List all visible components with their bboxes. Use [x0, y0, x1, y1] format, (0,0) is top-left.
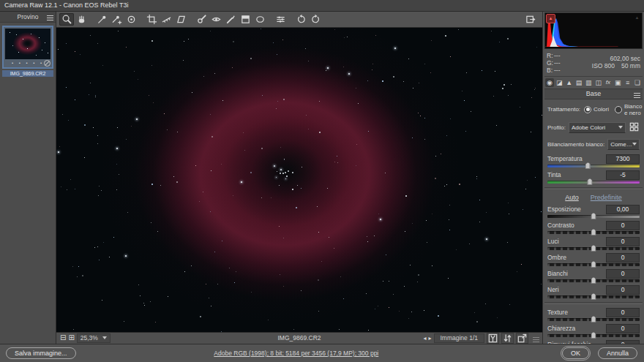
- slider-thumb[interactable]: [591, 293, 596, 300]
- star: [280, 147, 281, 148]
- slider-value-field[interactable]: 0: [606, 253, 640, 263]
- tab-lens-corrections[interactable]: ◫: [594, 78, 603, 87]
- slider-thumb[interactable]: [591, 245, 596, 252]
- adjustment-brush-tool-icon[interactable]: [223, 13, 238, 26]
- slider-track[interactable]: [547, 231, 640, 234]
- tab-hsl[interactable]: ▤: [574, 78, 583, 87]
- star: [233, 41, 234, 42]
- slider-thumb[interactable]: [585, 162, 591, 169]
- slider-thumb[interactable]: [587, 178, 592, 185]
- panel-menu-icon[interactable]: [634, 91, 640, 97]
- slider-thumb[interactable]: [591, 229, 596, 235]
- zoom-tool-icon[interactable]: [59, 13, 74, 26]
- star: [271, 197, 272, 198]
- slider-value-field[interactable]: 0: [606, 324, 640, 333]
- slider-track[interactable]: [547, 247, 640, 250]
- auto-link[interactable]: Auto: [565, 194, 579, 201]
- tab-presets[interactable]: ≡: [624, 78, 632, 87]
- before-after-view-icon[interactable]: [487, 333, 499, 344]
- radial-filter-tool-icon[interactable]: [252, 13, 267, 26]
- star: [126, 47, 127, 48]
- workflow-options-link[interactable]: Adobe RGB (1998); 8 bit; 5184 per 3456 (…: [214, 350, 378, 357]
- zoom-in-icon[interactable]: ⊞: [68, 334, 74, 342]
- red-eye-tool-icon[interactable]: [209, 13, 223, 26]
- graduated-filter-tool-icon[interactable]: [238, 13, 252, 26]
- slider-value-field[interactable]: 0: [606, 237, 640, 246]
- fullscreen-toggle-icon[interactable]: [523, 13, 538, 26]
- crop-tool-icon[interactable]: [144, 13, 159, 26]
- star: [191, 265, 192, 266]
- hand-tool-icon[interactable]: [74, 13, 89, 26]
- tab-tone-curve[interactable]: ◪: [555, 78, 564, 87]
- tab-base[interactable]: ◉: [545, 78, 554, 87]
- spot-removal-tool-icon[interactable]: [194, 13, 209, 26]
- profile-select[interactable]: Adobe Colori: [569, 122, 626, 133]
- next-image-button[interactable]: ▸: [428, 335, 431, 342]
- prev-image-button[interactable]: ◂: [423, 335, 426, 342]
- slider-value-field[interactable]: 0: [606, 285, 640, 295]
- shadow-clipping-indicator[interactable]: ▲: [546, 14, 555, 23]
- tab-calibration[interactable]: ▣: [613, 78, 622, 87]
- slider-thumb[interactable]: [591, 277, 596, 284]
- radio-icon[interactable]: [584, 106, 591, 113]
- tab-detail[interactable]: ▲: [565, 78, 574, 87]
- slider-value-field[interactable]: 0,00: [606, 205, 640, 214]
- rotate-left-tool-icon[interactable]: [293, 13, 308, 26]
- slider-track[interactable]: [547, 263, 640, 266]
- slider-track[interactable]: [547, 165, 640, 167]
- slider-track[interactable]: [547, 334, 640, 337]
- rating-dots[interactable]: • • • • •: [12, 59, 44, 67]
- star: [116, 148, 118, 149]
- defaults-link[interactable]: Predefinite: [591, 194, 622, 201]
- highlight-clipping-indicator[interactable]: ▲: [633, 14, 641, 22]
- thumbnail-selected[interactable]: • • • • •: [2, 26, 53, 69]
- radio-icon[interactable]: [615, 106, 622, 113]
- rotate-right-tool-icon[interactable]: [308, 13, 323, 26]
- preferences-tool-icon[interactable]: [273, 13, 288, 26]
- photo-canvas[interactable]: [56, 28, 542, 332]
- tab-snapshots[interactable]: ❏: [633, 78, 642, 87]
- ok-button[interactable]: OK: [562, 347, 589, 359]
- targeted-adjustment-tool-icon[interactable]: [124, 13, 138, 26]
- straighten-tool-icon[interactable]: [159, 13, 173, 26]
- color-sampler-tool-icon[interactable]: [109, 13, 124, 26]
- slider-value-field[interactable]: 7300: [606, 154, 640, 164]
- treatment-option-bw[interactable]: Bianco e nero: [615, 103, 642, 116]
- slider-value-field[interactable]: 0: [606, 221, 640, 230]
- slider-value-field[interactable]: 0: [606, 269, 640, 279]
- star: [283, 99, 285, 100]
- view-menu-icon[interactable]: [533, 336, 539, 341]
- zoom-out-icon[interactable]: ⊟: [60, 334, 66, 342]
- transform-tool-icon[interactable]: [173, 13, 188, 26]
- star: [222, 100, 223, 101]
- cancel-button[interactable]: Annulla: [598, 347, 637, 359]
- slider-thumb[interactable]: [591, 261, 596, 268]
- copy-settings-icon[interactable]: [516, 333, 528, 344]
- tab-effects[interactable]: fx: [604, 78, 613, 87]
- slider-thumb[interactable]: [591, 316, 596, 323]
- save-image-button[interactable]: Salva immagine...: [6, 347, 76, 359]
- slider-track[interactable]: [547, 295, 640, 298]
- white-balance-select[interactable]: Come scattato: [607, 139, 640, 150]
- profile-browser-icon[interactable]: [629, 121, 640, 134]
- slider-value-field[interactable]: -5: [606, 170, 640, 180]
- filmstrip-menu-icon[interactable]: [47, 14, 53, 19]
- slider-value-field[interactable]: 0: [606, 308, 640, 317]
- treatment-option-color[interactable]: Colori: [584, 103, 609, 116]
- slider-track[interactable]: [547, 215, 640, 218]
- slider-thumb[interactable]: [591, 213, 596, 219]
- white-balance-tool-icon[interactable]: [94, 13, 109, 26]
- star: [109, 257, 110, 257]
- star: [469, 244, 470, 244]
- slider-track[interactable]: [547, 181, 640, 184]
- slider-label: Tinta: [547, 171, 561, 178]
- slider-thumb[interactable]: [591, 332, 596, 339]
- slider-track[interactable]: [547, 279, 640, 282]
- zoom-level-select[interactable]: 25,3%: [77, 333, 111, 343]
- thumbnail-image[interactable]: [5, 29, 50, 59]
- star: [149, 95, 149, 96]
- swap-settings-icon[interactable]: [501, 333, 514, 344]
- star: [531, 132, 531, 132]
- slider-track[interactable]: [547, 318, 640, 321]
- tab-split-toning[interactable]: ▥: [584, 78, 593, 87]
